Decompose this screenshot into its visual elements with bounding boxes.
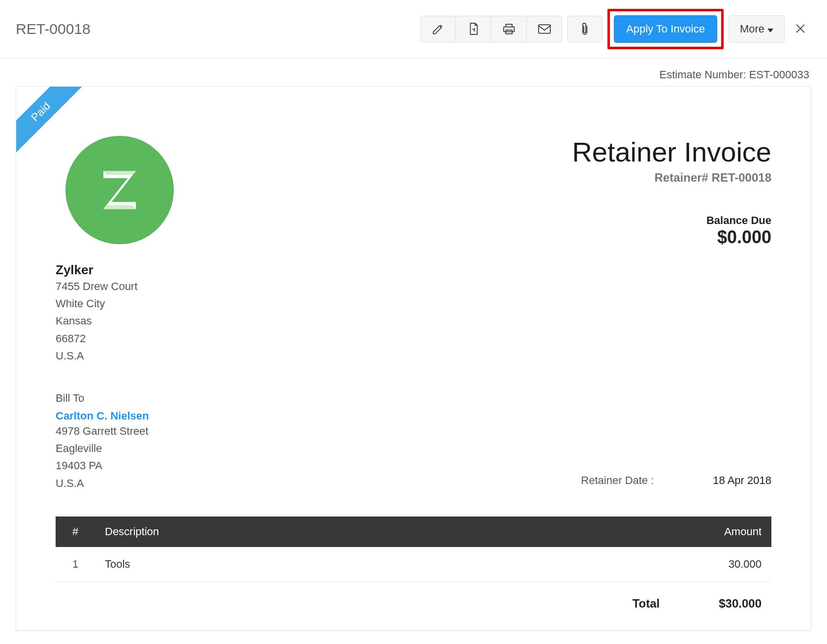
table-row: 1 Tools 30.000 (56, 547, 771, 582)
apply-highlight: Apply To Invoice (607, 9, 724, 49)
z-logo-icon (93, 163, 147, 217)
edit-button[interactable] (420, 16, 456, 42)
invoice-card: Paid Retainer Invoice Retainer# RET-0001… (16, 86, 811, 631)
more-button[interactable]: More (729, 15, 785, 43)
more-label: More (740, 23, 764, 35)
printer-icon (502, 23, 516, 35)
pdf-icon (467, 22, 480, 36)
company-addr3: Kansas (56, 312, 771, 329)
page-title: RET-00018 (16, 21, 91, 37)
item-amount: 30.000 (477, 547, 771, 582)
bill-addr2: Eagleville (56, 440, 149, 457)
logo-block (56, 136, 174, 244)
pdf-button[interactable] (456, 16, 491, 42)
item-num: 1 (56, 547, 95, 582)
retainer-date-value: 18 Apr 2018 (713, 474, 771, 487)
mail-icon (538, 24, 551, 34)
items-table: # Description Amount 1 Tools 30.000 (56, 516, 771, 582)
total-label: Total (633, 597, 660, 611)
header-bar: RET-00018 Apply To Invoice More (0, 0, 827, 59)
col-desc: Description (95, 516, 477, 547)
company-name: Zylker (56, 262, 771, 278)
item-desc: Tools (95, 547, 477, 582)
invoice-subtitle: Retainer# RET-00018 (572, 171, 771, 185)
company-addr2: White City (56, 295, 771, 312)
bill-to-label: Bill To (56, 392, 149, 405)
title-block: Retainer Invoice Retainer# RET-00018 Bal… (572, 136, 771, 248)
company-addr1: 7455 Drew Court (56, 278, 771, 295)
attach-group (567, 16, 603, 42)
svg-rect-0 (504, 27, 514, 32)
apply-to-invoice-button[interactable]: Apply To Invoice (614, 15, 717, 43)
email-button[interactable] (527, 16, 562, 42)
invoice-title: Retainer Invoice (572, 136, 771, 168)
header-actions: Apply To Invoice More (420, 9, 811, 49)
total-row: Total $30.000 (56, 582, 771, 611)
total-value: $30.000 (719, 597, 762, 611)
paperclip-icon (580, 22, 590, 36)
bill-addr3: 19403 PA (56, 457, 149, 474)
caret-down-icon (767, 23, 773, 35)
svg-rect-2 (539, 25, 550, 33)
col-num: # (56, 516, 95, 547)
balance-value: $0.000 (572, 227, 771, 248)
company-addr4: 66872 (56, 330, 771, 347)
bill-addr4: U.S.A (56, 475, 149, 492)
balance-label: Balance Due (572, 214, 771, 227)
col-amount: Amount (477, 516, 771, 547)
bill-to-name[interactable]: Carlton C. Nielsen (56, 410, 149, 422)
close-icon (795, 23, 806, 34)
bill-addr1: 4978 Garrett Street (56, 422, 149, 440)
invoice-top: Retainer Invoice Retainer# RET-00018 Bal… (56, 136, 771, 248)
meta-row: Bill To Carlton C. Nielsen 4978 Garrett … (56, 364, 771, 492)
balance-block: Balance Due $0.000 (572, 214, 771, 248)
bill-to-block: Bill To Carlton C. Nielsen 4978 Garrett … (56, 392, 149, 492)
pencil-icon (432, 23, 445, 35)
company-block: Zylker 7455 Drew Court White City Kansas… (56, 262, 771, 364)
print-button[interactable] (491, 16, 527, 42)
attach-button[interactable] (567, 16, 603, 42)
retainer-date-label: Retainer Date : (581, 474, 654, 487)
estimate-number: Estimate Number: EST-000033 (0, 59, 827, 86)
table-header-row: # Description Amount (56, 516, 771, 547)
close-button[interactable] (790, 21, 811, 37)
retainer-date: Retainer Date : 18 Apr 2018 (581, 474, 771, 492)
company-logo (65, 136, 174, 244)
toolbar-group (420, 16, 562, 42)
company-addr5: U.S.A (56, 347, 771, 364)
